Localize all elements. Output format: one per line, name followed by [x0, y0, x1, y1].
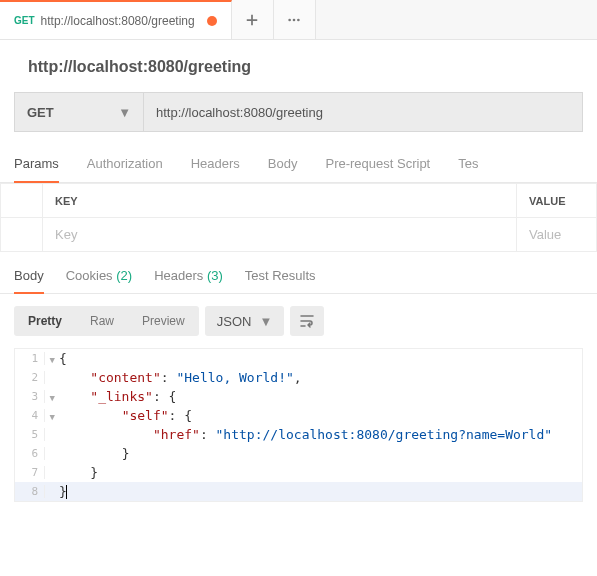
fold-icon[interactable]: ▼ — [50, 355, 55, 365]
resp-tab-cookies-label: Cookies — [66, 268, 113, 283]
tab-params[interactable]: Params — [14, 156, 59, 183]
url-value: http://localhost:8080/greeting — [156, 105, 323, 120]
tab-title: http://localhost:8080/greeting — [41, 14, 195, 28]
code-line: "self": { — [45, 408, 192, 423]
params-value-header: VALUE — [517, 184, 597, 218]
code-line: } — [45, 446, 129, 461]
format-select[interactable]: JSON ▼ — [205, 306, 285, 336]
resp-tab-headers-label: Headers — [154, 268, 203, 283]
response-tabs: Body Cookies (2) Headers (3) Test Result… — [0, 252, 597, 294]
svg-point-1 — [293, 18, 296, 21]
line-number: 2 — [31, 371, 38, 384]
response-body-viewer[interactable]: 1▼{ 2 "content": "Hello, World!", 3▼ "_l… — [14, 348, 583, 502]
code-line: "content": "Hello, World!", — [45, 370, 302, 385]
code-line: } — [45, 484, 67, 500]
tab-method-badge: GET — [14, 15, 35, 26]
params-key-header: KEY — [43, 184, 517, 218]
view-mode-group: Pretty Raw Preview — [14, 306, 199, 336]
tab-authorization[interactable]: Authorization — [87, 156, 163, 182]
request-subtabs: Params Authorization Headers Body Pre-re… — [0, 132, 597, 183]
ellipsis-icon — [287, 13, 301, 27]
svg-point-0 — [288, 18, 291, 21]
line-number: 6 — [31, 447, 38, 460]
tab-prerequest[interactable]: Pre-request Script — [325, 156, 430, 182]
line-number: 1 — [31, 352, 38, 365]
fold-icon[interactable]: ▼ — [50, 393, 55, 403]
resp-tab-testresults[interactable]: Test Results — [245, 268, 316, 293]
params-header-row: KEY VALUE — [1, 184, 597, 218]
resp-tab-cookies[interactable]: Cookies (2) — [66, 268, 132, 293]
resp-tab-body[interactable]: Body — [14, 268, 44, 294]
body-toolbar: Pretty Raw Preview JSON ▼ — [0, 294, 597, 348]
method-value: GET — [27, 105, 54, 120]
code-line: { — [45, 351, 67, 366]
text-cursor — [66, 485, 67, 499]
tab-headers[interactable]: Headers — [191, 156, 240, 182]
format-value: JSON — [217, 314, 252, 329]
request-tab[interactable]: GET http://localhost:8080/greeting — [0, 0, 232, 39]
tab-menu-button[interactable] — [274, 0, 316, 39]
code-line: "href": "http://localhost:8080/greeting?… — [45, 427, 552, 442]
code-line: "_links": { — [45, 389, 176, 404]
wrap-lines-button[interactable] — [290, 306, 324, 336]
unsaved-dot-icon — [207, 16, 217, 26]
params-checkbox-header — [1, 184, 43, 218]
plus-icon — [245, 13, 259, 27]
resp-tab-headers-count: (3) — [207, 268, 223, 283]
line-number: 7 — [31, 466, 38, 479]
caret-down-icon: ▼ — [259, 314, 272, 329]
tab-tests[interactable]: Tes — [458, 156, 478, 182]
params-key-input[interactable]: Key — [43, 218, 517, 252]
resp-tab-cookies-count: (2) — [116, 268, 132, 283]
method-select[interactable]: GET ▼ — [14, 92, 144, 132]
params-value-input[interactable]: Value — [517, 218, 597, 252]
tab-bar: GET http://localhost:8080/greeting — [0, 0, 597, 40]
wrap-icon — [299, 313, 315, 329]
svg-point-2 — [297, 18, 300, 21]
new-tab-button[interactable] — [232, 0, 274, 39]
params-table: KEY VALUE Key Value — [0, 183, 597, 252]
line-number: 3 — [31, 390, 38, 403]
resp-tab-headers[interactable]: Headers (3) — [154, 268, 223, 293]
line-number: 8 — [31, 485, 38, 498]
request-name: http://localhost:8080/greeting — [0, 40, 597, 86]
line-number: 5 — [31, 428, 38, 441]
view-pretty[interactable]: Pretty — [14, 306, 76, 336]
caret-down-icon: ▼ — [118, 105, 131, 120]
view-preview[interactable]: Preview — [128, 306, 199, 336]
request-row: GET ▼ http://localhost:8080/greeting — [14, 92, 583, 132]
params-input-row: Key Value — [1, 218, 597, 252]
url-input[interactable]: http://localhost:8080/greeting — [144, 92, 583, 132]
params-checkbox-cell[interactable] — [1, 218, 43, 252]
view-raw[interactable]: Raw — [76, 306, 128, 336]
line-number: 4 — [31, 409, 38, 422]
code-line: } — [45, 465, 98, 480]
fold-icon[interactable]: ▼ — [50, 412, 55, 422]
tab-body[interactable]: Body — [268, 156, 298, 182]
